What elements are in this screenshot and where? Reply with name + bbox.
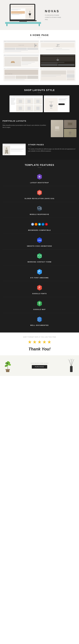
svg-rect-11 — [11, 61, 14, 62]
googlemap-icon — [36, 300, 43, 308]
svg-point-83 — [7, 363, 8, 364]
svg-rect-24 — [55, 130, 57, 130]
svg-point-38 — [39, 192, 40, 193]
homepage-thumb-6 — [40, 68, 76, 81]
portfolio-thumb-3 — [64, 129, 77, 137]
responsive-label: MOBILE RESPONSIVE — [2, 214, 77, 215]
svg-line-92 — [73, 359, 74, 360]
footer-content: YOUR ONLINE STORE NOVAS! Purchase — [13, 363, 66, 368]
star-5: ★ — [47, 339, 51, 345]
features-divider — [38, 168, 41, 168]
star-2: ★ — [33, 339, 37, 345]
hero-laptop-container — [5, 4, 41, 26]
svg-rect-23 — [55, 126, 59, 129]
svg-text:e: e — [43, 224, 43, 225]
rating-prompt: DON'T FORGET RATE IF YOU LIKE THIS ITEM — [2, 336, 77, 338]
svg-marker-1 — [29, 14, 31, 15]
svg-line-88 — [71, 360, 73, 366]
contact-icon — [36, 252, 43, 260]
svg-point-8 — [57, 44, 60, 46]
svg-rect-77 — [5, 369, 10, 370]
fontawesome-icon — [36, 268, 43, 276]
svg-text:F: F — [38, 286, 41, 289]
homepage-section: 6 HOME PAGE FURNITURE — [0, 30, 79, 85]
homepage-thumb-5: LUNE FURNITURE — [3, 68, 39, 81]
slider-icon — [36, 189, 43, 196]
feature-css3: CSS3 SMOOTH CSS3 ANIMATIONS — [2, 234, 77, 250]
hero-subtitle: A contemporary template created for all … — [45, 14, 74, 20]
shop-thumb-2 — [44, 96, 70, 112]
svg-point-51 — [39, 224, 40, 225]
svg-rect-9 — [56, 46, 60, 47]
portfolio-thumb-2 — [64, 120, 77, 128]
footer-store-label: YOUR ONLINE STORE NOVAS! — [13, 363, 66, 364]
feature-browsers: e BROWSERS COMPATIBLE — [2, 218, 77, 234]
portfolio-title: PORTFOLIO LAYOUTS — [2, 120, 48, 122]
footer-section: YOUR ONLINE STORE NOVAS! Purchase — [0, 355, 79, 376]
rating-section: DON'T FORGET RATE IF YOU LIKE THIS ITEM … — [0, 332, 79, 355]
svg-rect-12 — [11, 62, 11, 63]
feature-responsive: MOBILE RESPONSIVE — [2, 202, 77, 218]
shop-thumbnails — [2, 96, 77, 112]
stars-row: ★ ★ ★ ★ ★ — [2, 339, 77, 345]
laptop-mockup — [10, 4, 37, 22]
other-pages-title: OTHER PAGES — [28, 144, 77, 146]
homepage-grid: FURNITURE — [3, 40, 76, 81]
hero-text: NOVAS A contemporary template created fo… — [45, 10, 74, 20]
svg-point-20 — [50, 108, 52, 109]
svg-rect-27 — [68, 123, 72, 125]
feature-googlemap: GOOGLE MAP — [2, 297, 77, 313]
shop-thumb-1 — [9, 96, 43, 112]
portfolio-thumbnails — [51, 120, 77, 137]
shop-title: SHOP LAYOUTS STYLE — [2, 89, 77, 92]
svg-rect-32 — [5, 152, 6, 154]
homepage-title: 6 HOME PAGE — [2, 34, 77, 36]
portfolio-text-block: PORTFOLIO LAYOUTS Make beautiful product… — [2, 120, 48, 128]
feature-contact: WORKING CONTACT FORM — [2, 250, 77, 266]
features-title: TEMPLATE FEATURES — [2, 164, 77, 166]
feature-bootstrap: B LATEST BOOTSTRAP — [2, 170, 77, 186]
homepage-thumb-3 — [3, 54, 39, 67]
other-pages-description: The variety of beautiful pre-defined pag… — [28, 148, 77, 152]
docs-label: WELL DOCUMENTED — [2, 324, 77, 326]
svg-rect-41 — [39, 209, 39, 209]
shop-section: SHOP LAYOUTS STYLE — [0, 85, 79, 116]
svg-point-67 — [39, 302, 40, 303]
docs-icon — [36, 316, 43, 323]
css3-label: SMOOTH CSS3 ANIMATIONS — [2, 245, 77, 247]
browsers-icon: e — [2, 220, 77, 228]
homepage-thumb-1: FURNITURE — [3, 40, 39, 53]
feature-slider: SLIDER REVOLUTION (SAVE $19) — [2, 186, 77, 202]
thank-you-text: Thank You! — [2, 347, 77, 352]
feature-fontawesome: 675 FONT AWESOME — [2, 266, 77, 281]
hero-section: NOVAS A contemporary template created fo… — [0, 0, 79, 30]
shop-divider — [38, 93, 41, 93]
feature-docs: WELL DOCUMENTED — [2, 313, 77, 329]
browsers-label: BROWSERS COMPATIBLE — [2, 230, 77, 231]
googlefonts-icon: F — [36, 284, 43, 292]
features-section: TEMPLATE FEATURES B LATEST BOOTSTRAP SLI… — [0, 160, 79, 332]
svg-point-2 — [30, 13, 30, 14]
googlemap-label: GOOGLE MAP — [2, 309, 77, 310]
star-3: ★ — [37, 339, 42, 345]
contact-label: WORKING CONTACT FORM — [2, 261, 77, 263]
star-4: ★ — [42, 339, 46, 345]
svg-point-28 — [69, 132, 72, 134]
svg-line-87 — [69, 361, 71, 366]
svg-text:B: B — [39, 175, 40, 178]
plant-left — [2, 358, 13, 373]
svg-text:CSS3: CSS3 — [38, 239, 42, 241]
other-thumb-portrait — [2, 144, 26, 155]
svg-line-90 — [68, 359, 69, 361]
other-thumbs-container — [2, 144, 26, 156]
other-pages-divider — [28, 147, 31, 147]
svg-rect-13 — [14, 62, 15, 63]
svg-point-4 — [29, 17, 31, 17]
svg-rect-33 — [7, 152, 8, 154]
svg-marker-39 — [37, 206, 42, 211]
svg-line-94 — [71, 359, 71, 360]
svg-rect-29 — [69, 134, 72, 135]
purchase-button[interactable]: Purchase — [32, 365, 47, 368]
hero-title: NOVAS — [45, 10, 74, 13]
svg-line-91 — [69, 360, 70, 361]
